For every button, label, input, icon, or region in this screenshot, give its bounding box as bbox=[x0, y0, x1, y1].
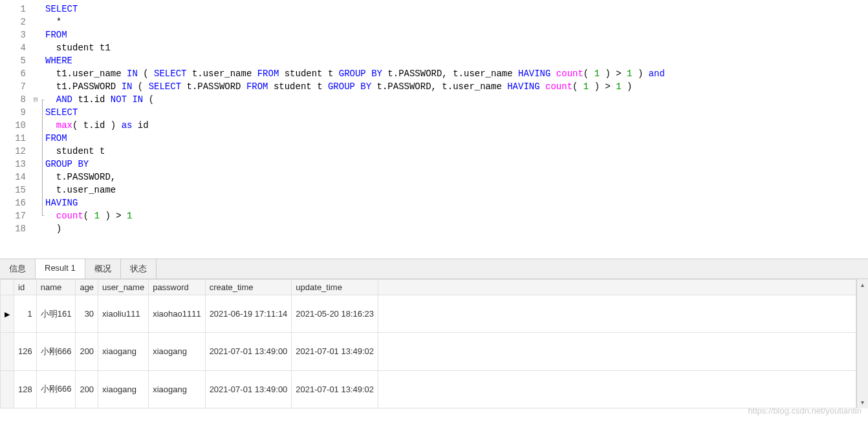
sql-editor[interactable]: 1SELECT2 *3FROM4 student t1 5WHERE6 t1.u… bbox=[0, 0, 868, 258]
fold-guide bbox=[40, 28, 45, 41]
fold-toggle-icon bbox=[31, 184, 40, 196]
code-line[interactable]: 6 t1.user_name IN ( SELECT t.user_name F… bbox=[0, 67, 868, 80]
cell[interactable]: 小刚666 bbox=[36, 370, 76, 408]
fold-toggle-icon bbox=[31, 54, 40, 67]
line-number: 4 bbox=[0, 41, 31, 54]
cell[interactable]: 1 bbox=[14, 295, 37, 333]
tab-status[interactable]: 状态 bbox=[121, 259, 157, 279]
scroll-up-icon[interactable]: ▴ bbox=[857, 279, 868, 291]
code-text[interactable]: GROUP BY bbox=[45, 158, 868, 171]
code-text[interactable]: student t bbox=[45, 145, 868, 158]
code-text[interactable]: t.user_name bbox=[45, 184, 868, 196]
code-line[interactable]: 1SELECT bbox=[0, 3, 868, 16]
column-header[interactable]: name bbox=[36, 280, 76, 295]
fold-toggle-icon bbox=[31, 106, 40, 119]
code-text[interactable]: HAVING bbox=[45, 196, 868, 209]
code-text[interactable]: count( 1 ) > 1 bbox=[45, 209, 868, 222]
code-text[interactable]: SELECT bbox=[45, 3, 868, 16]
code-text[interactable]: max( t.id ) as id bbox=[45, 119, 868, 132]
tab-profile[interactable]: 概况 bbox=[85, 259, 121, 279]
code-text[interactable]: t1.PASSWORD IN ( SELECT t.PASSWORD FROM … bbox=[45, 80, 868, 93]
code-line[interactable]: 17 count( 1 ) > 1 bbox=[0, 209, 868, 222]
line-number: 18 bbox=[0, 222, 31, 235]
fold-guide bbox=[40, 119, 45, 132]
cell[interactable]: xiaogang bbox=[98, 333, 149, 370]
fold-guide bbox=[40, 80, 45, 93]
fold-guide bbox=[40, 41, 45, 54]
fold-toggle-icon bbox=[31, 41, 40, 54]
cell[interactable]: xiaohao1111 bbox=[149, 295, 205, 333]
code-line[interactable]: 14 t.PASSWORD, bbox=[0, 171, 868, 184]
column-header[interactable]: create_time bbox=[205, 280, 292, 295]
cell[interactable]: xiaogang bbox=[149, 370, 205, 408]
code-line[interactable]: 16HAVING bbox=[0, 196, 868, 209]
cell[interactable]: 小刚666 bbox=[36, 333, 76, 370]
column-header[interactable]: password bbox=[149, 280, 205, 295]
code-text[interactable]: t1.user_name IN ( SELECT t.user_name FRO… bbox=[45, 67, 868, 80]
cell[interactable]: 200 bbox=[76, 370, 98, 408]
fold-toggle-icon bbox=[31, 16, 40, 28]
code-line[interactable]: 12 student t bbox=[0, 145, 868, 158]
cell[interactable]: 30 bbox=[76, 295, 98, 333]
column-header[interactable]: update_time bbox=[292, 280, 378, 295]
fold-guide bbox=[40, 209, 45, 222]
code-text[interactable]: student t1 bbox=[45, 41, 868, 54]
code-line[interactable]: 18 ) bbox=[0, 222, 868, 235]
fold-toggle-icon bbox=[31, 80, 40, 93]
code-line[interactable]: 10 max( t.id ) as id bbox=[0, 119, 868, 132]
cell[interactable]: 126 bbox=[14, 333, 37, 370]
cell[interactable]: 2021-06-19 17:11:14 bbox=[205, 295, 292, 333]
code-line[interactable]: 7 t1.PASSWORD IN ( SELECT t.PASSWORD FRO… bbox=[0, 80, 868, 93]
code-line[interactable]: 13GROUP BY bbox=[0, 158, 868, 171]
cell[interactable]: xiaogang bbox=[149, 333, 205, 370]
code-text[interactable]: AND t1.id NOT IN ( bbox=[45, 93, 868, 106]
tab-result1[interactable]: Result 1 bbox=[36, 259, 85, 279]
code-text[interactable]: ) bbox=[45, 222, 868, 235]
code-line[interactable]: 3FROM bbox=[0, 28, 868, 41]
cell[interactable]: xiaogang bbox=[98, 370, 149, 408]
row-indicator-header bbox=[1, 280, 14, 295]
line-number: 8 bbox=[0, 93, 31, 106]
fold-guide bbox=[40, 145, 45, 158]
vertical-scrollbar[interactable]: ▴ ▾ bbox=[856, 279, 868, 408]
code-text[interactable]: FROM bbox=[45, 28, 868, 41]
fold-guide bbox=[40, 222, 45, 235]
code-text[interactable]: SELECT bbox=[45, 106, 868, 119]
code-line[interactable]: 9SELECT bbox=[0, 106, 868, 119]
code-text[interactable]: FROM bbox=[45, 132, 868, 145]
column-header[interactable]: user_name bbox=[98, 280, 149, 295]
cell[interactable]: 2021-07-01 13:49:00 bbox=[205, 370, 292, 408]
code-text[interactable]: t.PASSWORD, bbox=[45, 171, 868, 184]
fold-guide bbox=[40, 132, 45, 145]
fold-toggle-icon[interactable]: ⊟ bbox=[31, 93, 40, 106]
code-line[interactable]: 15 t.user_name bbox=[0, 184, 868, 196]
cell[interactable]: 200 bbox=[76, 333, 98, 370]
table-row[interactable]: 126小刚666200xiaogangxiaogang2021-07-01 13… bbox=[1, 333, 856, 370]
code-line[interactable]: 8⊟ AND t1.id NOT IN ( bbox=[0, 93, 868, 106]
cell[interactable]: 128 bbox=[14, 370, 37, 408]
code-line[interactable]: 5WHERE bbox=[0, 54, 868, 67]
result-table[interactable]: idnameageuser_namepasswordcreate_timeupd… bbox=[0, 279, 856, 408]
column-header[interactable]: id bbox=[14, 280, 37, 295]
code-text[interactable]: * bbox=[45, 16, 868, 28]
code-line[interactable]: 4 student t1 bbox=[0, 41, 868, 54]
fold-toggle-icon bbox=[31, 209, 40, 222]
tab-info[interactable]: 信息 bbox=[0, 259, 36, 279]
table-row[interactable]: 128小刚666200xiaogangxiaogang2021-07-01 13… bbox=[1, 370, 856, 408]
code-line[interactable]: 11FROM bbox=[0, 132, 868, 145]
cell[interactable]: 2021-07-01 13:49:02 bbox=[292, 333, 378, 370]
column-header[interactable]: age bbox=[76, 280, 98, 295]
fold-guide bbox=[40, 93, 45, 106]
cell[interactable]: 2021-05-20 18:16:23 bbox=[292, 295, 378, 333]
cell[interactable]: 2021-07-01 13:49:00 bbox=[205, 333, 292, 370]
table-row[interactable]: ▶1小明16130xiaoliu111xiaohao11112021-06-19… bbox=[1, 295, 856, 333]
line-number: 17 bbox=[0, 209, 31, 222]
fold-guide bbox=[40, 158, 45, 171]
fold-toggle-icon bbox=[31, 145, 40, 158]
cell[interactable]: 小明161 bbox=[36, 295, 76, 333]
cell[interactable]: xiaoliu111 bbox=[98, 295, 149, 333]
code-text[interactable]: WHERE bbox=[45, 54, 868, 67]
scroll-down-icon[interactable]: ▾ bbox=[857, 397, 868, 408]
code-line[interactable]: 2 * bbox=[0, 16, 868, 28]
cell[interactable]: 2021-07-01 13:49:02 bbox=[292, 370, 378, 408]
